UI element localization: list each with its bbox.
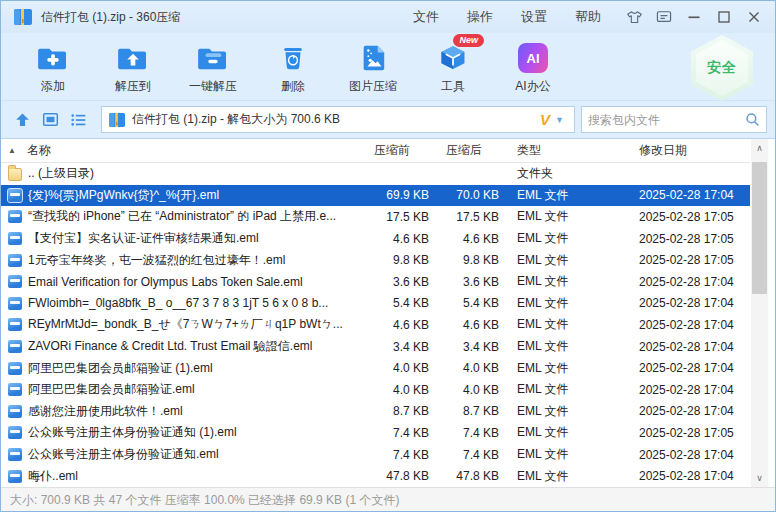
table-row[interactable]: 晦仆..eml 47.8 KB 47.8 KB EML 文件 2025-02-2… bbox=[1, 465, 750, 487]
view-mode-icon[interactable] bbox=[39, 109, 61, 131]
image-compress-button[interactable]: 图片压缩 bbox=[333, 33, 413, 100]
scrollbar-thumb[interactable] bbox=[752, 162, 767, 294]
column-size-before[interactable]: 压缩前 bbox=[359, 142, 429, 159]
table-row[interactable]: .. (上级目录) 文件夹 bbox=[1, 163, 750, 185]
size-after: 4.0 KB bbox=[429, 383, 499, 397]
size-before: 69.9 KB bbox=[359, 188, 429, 202]
file-name: 公众账号注册主体身份验证通知.eml bbox=[28, 446, 219, 463]
table-row[interactable]: 公众账号注册主体身份验证通知.eml 7.4 KB 7.4 KB EML 文件 … bbox=[1, 444, 750, 466]
archive-path: 信件打包 (1).zip - 解包大小为 700.6 KB bbox=[132, 111, 536, 128]
column-size-after[interactable]: 压缩后 bbox=[429, 142, 499, 159]
title-bar: 信件打包 (1).zip - 360压缩 文件 操作 设置 帮助 bbox=[1, 1, 775, 33]
tools-cube-icon: New bbox=[438, 42, 468, 74]
file-name: REyMrMtJd=_bondk_B_せ《7ㄋWㄅ7+ㄌ厂ㄐq1P bWtㄅ..… bbox=[28, 316, 343, 333]
file-name: .. (上级目录) bbox=[28, 165, 94, 182]
table-row[interactable]: FWloimbh=_0lga8bfk_B_ o__67 3 7 8 3 1jT … bbox=[1, 293, 750, 315]
window-title: 信件打包 (1).zip - 360压缩 bbox=[41, 9, 180, 26]
size-before: 4.0 KB bbox=[359, 361, 429, 375]
up-icon[interactable] bbox=[11, 109, 33, 131]
close-icon[interactable] bbox=[741, 6, 767, 28]
file-type: EML 文件 bbox=[499, 424, 629, 441]
add-button[interactable]: 添加 bbox=[13, 33, 93, 100]
search-icon[interactable] bbox=[745, 112, 760, 127]
column-name[interactable]: ▲ 名称 bbox=[1, 142, 359, 159]
file-type: EML 文件 bbox=[499, 295, 629, 312]
size-after: 4.6 KB bbox=[429, 232, 499, 246]
file-date: 2025-02-28 17:05 bbox=[629, 253, 750, 267]
size-after: 47.8 KB bbox=[429, 469, 499, 483]
search-input[interactable] bbox=[588, 113, 745, 127]
scroll-down-icon[interactable]: ∨ bbox=[751, 469, 768, 487]
file-type: EML 文件 bbox=[499, 446, 629, 463]
file-type: EML 文件 bbox=[499, 338, 629, 355]
file-name: 晦仆..eml bbox=[28, 468, 78, 485]
file-icon bbox=[8, 297, 22, 310]
file-type: EML 文件 bbox=[499, 381, 629, 398]
v-dropdown-icon[interactable]: V ▼ bbox=[536, 111, 568, 128]
table-row[interactable]: ZAVORi Finance & Credit Ltd. Trust Email… bbox=[1, 336, 750, 358]
file-name: 阿里巴巴集团会员邮箱验证 (1).eml bbox=[28, 360, 213, 377]
folder-oneclick-extract-icon bbox=[197, 42, 229, 74]
sort-ascending-icon: ▲ bbox=[8, 146, 16, 155]
table-row[interactable]: {发}%{票}MPgWnkv{贷}^_%{开}.eml 69.9 KB 70.0… bbox=[1, 185, 750, 207]
column-date[interactable]: 修改日期 bbox=[629, 142, 750, 159]
file-list: .. (上级目录) 文件夹 {发}%{票}MPgWnkv{贷}^_%{开}.em… bbox=[1, 163, 775, 487]
size-before: 5.4 KB bbox=[359, 296, 429, 310]
table-row[interactable]: Email Verification for Olympus Labs Toke… bbox=[1, 271, 750, 293]
search-field bbox=[581, 106, 767, 133]
oneclick-extract-button[interactable]: 一键解压 bbox=[173, 33, 253, 100]
skin-icon[interactable] bbox=[621, 6, 647, 28]
toolbar-label: 删除 bbox=[281, 78, 305, 95]
file-date: 2025-02-28 17:04 bbox=[629, 404, 750, 418]
table-row[interactable]: REyMrMtJd=_bondk_B_せ《7ㄋWㄅ7+ㄌ厂ㄐq1P bWtㄅ..… bbox=[1, 314, 750, 336]
file-icon bbox=[8, 448, 22, 461]
file-name: FWloimbh=_0lga8bfk_B_ o__67 3 7 8 3 1jT … bbox=[28, 296, 328, 310]
file-icon bbox=[8, 275, 22, 288]
file-icon bbox=[8, 340, 22, 353]
file-name: Email Verification for Olympus Labs Toke… bbox=[28, 275, 303, 289]
toolbar-label: 一键解压 bbox=[189, 78, 237, 95]
maximize-icon[interactable] bbox=[711, 6, 737, 28]
table-row[interactable]: 阿里巴巴集团会员邮箱验证 (1).eml 4.0 KB 4.0 KB EML 文… bbox=[1, 357, 750, 379]
toolbar-label: 工具 bbox=[441, 78, 465, 95]
menu-settings[interactable]: 设置 bbox=[507, 4, 561, 30]
file-date: 2025-02-28 17:04 bbox=[629, 188, 750, 202]
ai-office-button[interactable]: AI AI办公 bbox=[493, 33, 573, 100]
column-type[interactable]: 类型 bbox=[499, 142, 629, 159]
file-date: 2025-02-28 17:04 bbox=[629, 275, 750, 289]
table-row[interactable]: 1元夺宝年终奖，屯一波猛烈的红包过壕年！.eml 9.8 KB 9.8 KB E… bbox=[1, 249, 750, 271]
safe-shield-badge[interactable]: 安全 bbox=[691, 35, 753, 101]
table-row[interactable]: 【支付宝】实名认证-证件审核结果通知.eml 4.6 KB 4.6 KB EML… bbox=[1, 228, 750, 250]
menu-file[interactable]: 文件 bbox=[399, 4, 453, 30]
file-type: EML 文件 bbox=[499, 208, 629, 225]
table-row[interactable]: “查找我的 iPhone” 已在 “Administrator” 的 iPad … bbox=[1, 206, 750, 228]
table-row[interactable]: 阿里巴巴集团会员邮箱验证.eml 4.0 KB 4.0 KB EML 文件 20… bbox=[1, 379, 750, 401]
table-row[interactable]: 感谢您注册使用此软件！.eml 8.7 KB 8.7 KB EML 文件 202… bbox=[1, 401, 750, 423]
size-after: 17.5 KB bbox=[429, 210, 499, 224]
menu-action[interactable]: 操作 bbox=[453, 4, 507, 30]
size-before: 8.7 KB bbox=[359, 404, 429, 418]
path-field[interactable]: 信件打包 (1).zip - 解包大小为 700.6 KB V ▼ bbox=[101, 106, 575, 133]
menu-help[interactable]: 帮助 bbox=[561, 4, 615, 30]
folder-extract-to-icon bbox=[117, 42, 149, 74]
size-before: 47.8 KB bbox=[359, 469, 429, 483]
tools-button[interactable]: New 工具 bbox=[413, 33, 493, 100]
toolbar-label: 图片压缩 bbox=[349, 78, 397, 95]
list-view-icon[interactable] bbox=[67, 109, 89, 131]
delete-button[interactable]: 删除 bbox=[253, 33, 333, 100]
feedback-icon[interactable] bbox=[651, 6, 677, 28]
file-name: 公众账号注册主体身份验证通知 (1).eml bbox=[28, 424, 237, 441]
scroll-up-icon[interactable]: ∧ bbox=[751, 139, 768, 157]
file-name: ZAVORi Finance & Credit Ltd. Trust Email… bbox=[28, 338, 313, 355]
minimize-icon[interactable] bbox=[681, 6, 707, 28]
toolbar-label: AI办公 bbox=[515, 78, 550, 95]
file-icon bbox=[8, 232, 22, 245]
file-type: EML 文件 bbox=[499, 403, 629, 420]
file-type: EML 文件 bbox=[499, 316, 629, 333]
file-date: 2025-02-28 17:04 bbox=[629, 448, 750, 462]
extract-to-button[interactable]: 解压到 bbox=[93, 33, 173, 100]
scrollbar[interactable]: ∧ ∨ bbox=[751, 139, 768, 487]
file-type: EML 文件 bbox=[499, 230, 629, 247]
table-row[interactable]: 公众账号注册主体身份验证通知 (1).eml 7.4 KB 7.4 KB EML… bbox=[1, 422, 750, 444]
size-after: 3.6 KB bbox=[429, 275, 499, 289]
